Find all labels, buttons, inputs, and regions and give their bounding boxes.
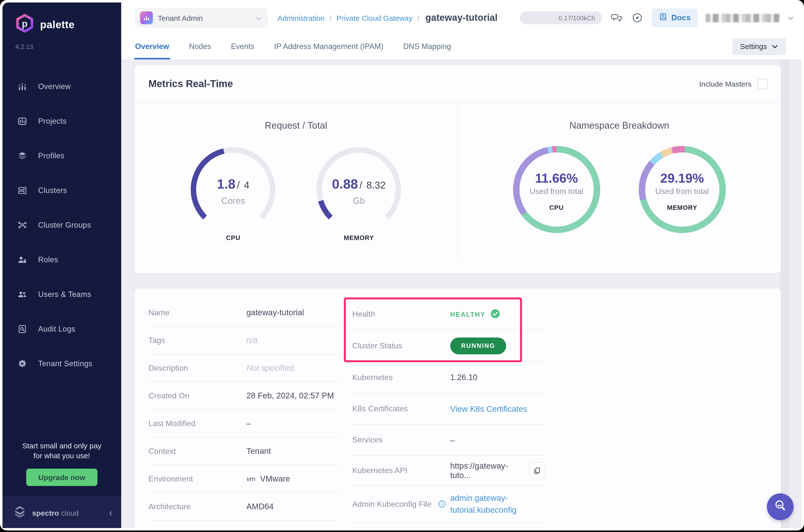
cluster-tabs: Overview Nodes Events IP Address Managem… [121, 33, 802, 59]
topbar: Tenant Admin Administration / Private Cl… [121, 2, 802, 33]
magnifier-smile-icon [773, 498, 788, 515]
cluster-groups-icon [17, 220, 27, 230]
memory-namespace-donut: 29.19% Used from total MEMORY [639, 146, 726, 233]
view-k8s-certificates-link[interactable]: View K8s Certificates [450, 404, 527, 414]
search-fab-button[interactable] [767, 493, 793, 520]
audit-logs-icon [17, 324, 27, 334]
redacted-username[interactable] [706, 14, 780, 22]
tab-ipam[interactable]: IP Address Management (IPAM) [274, 33, 383, 59]
spectro-cloud-wordmark: spectro cloud [32, 509, 104, 517]
app-window: p palette 4.2.13 Overview Projects Profi… [0, 0, 804, 531]
cluster-details-card: Namegateway-tutorial Tagsn/a Description… [135, 288, 781, 528]
clusters-icon [17, 186, 27, 195]
detail-row-agent-version: Agent Version 4.2.5/88248618138 [352, 523, 545, 528]
docs-button[interactable]: Docs [652, 8, 697, 27]
cpu-namespace-donut: 11.66% Used from total CPU [513, 146, 600, 233]
healthy-check-icon [490, 308, 500, 320]
sidebar-item-projects[interactable]: Projects [2, 104, 121, 138]
detail-row-cluster-status: Cluster Status RUNNING [352, 330, 545, 362]
sidebar-item-profiles[interactable]: Profiles [2, 138, 121, 173]
detail-row-architecture: ArchitectureAMD64 [149, 493, 340, 520]
sidebar-nav: Overview Projects Profiles Clusters Clus… [2, 69, 121, 381]
detail-row-k8s-certificates: K8s Certificates View K8s Certificates [352, 394, 545, 424]
detail-row-admin-kubeconfig: Admin Kubeconfig File admin.gateway-tuto… [352, 486, 545, 523]
details-right-column: Health HEALTHY Cluster Status RUNNING Ku… [352, 299, 545, 528]
breadcrumb-administration[interactable]: Administration [277, 14, 325, 22]
brand-name: palette [40, 19, 75, 31]
sidebar-item-users-teams[interactable]: Users & Teams [2, 277, 121, 312]
copy-icon[interactable] [529, 462, 545, 479]
memory-gauge: 0.88/ 8.32 Gb MEMORY [315, 146, 402, 242]
sidebar-footer: spectro cloud ‹ [2, 497, 121, 528]
health-status: HEALTHY [450, 308, 500, 320]
tenant-settings-icon [17, 359, 27, 369]
sidebar-collapse-icon[interactable]: ‹ [109, 508, 112, 518]
tab-nodes[interactable]: Nodes [189, 33, 211, 59]
chevron-down-icon [256, 13, 262, 22]
spectro-cloud-logo-icon [12, 505, 27, 520]
tab-overview[interactable]: Overview [135, 33, 169, 59]
request-total-title: Request / Total [265, 120, 327, 131]
detail-row-kubernetes: Kubernetes 1.26.10 [352, 362, 545, 394]
upgrade-now-button[interactable]: Upgrade now [26, 469, 97, 486]
namespace-breakdown-title: Namespace Breakdown [570, 120, 669, 131]
compass-icon[interactable] [631, 12, 644, 24]
running-status-badge: RUNNING [450, 337, 506, 354]
promo-line2: for what you use! [12, 451, 112, 461]
screenshot-stage: p palette 4.2.13 Overview Projects Profi… [0, 0, 804, 532]
kubeconfig-download-link[interactable]: admin.gateway-tutorial.kubeconfig [450, 492, 517, 516]
breadcrumb-separator: / [417, 14, 419, 22]
cpu-gauge: 1.8/ 4 Cores CPU [190, 146, 277, 242]
detail-row-name: Namegateway-tutorial [149, 299, 340, 327]
detail-row-last-modified: Last Modified– [149, 410, 340, 437]
detail-row-environment: Environment vmVMware [149, 465, 340, 493]
tenant-scope-icon [140, 12, 153, 24]
tab-dns-mapping[interactable]: DNS Mapping [403, 33, 451, 59]
detail-row-health: Health HEALTHY [352, 299, 545, 330]
breadcrumb-private-cloud-gateway[interactable]: Private Cloud Gateway [337, 14, 413, 22]
detail-row-context: ContextTenant [149, 437, 340, 465]
sidebar-item-tenant-settings[interactable]: Tenant Settings [2, 346, 121, 381]
include-masters-label: Include Masters [699, 79, 751, 88]
detail-row-tags: Tagsn/a [149, 327, 340, 354]
user-menu-chevron-icon[interactable] [788, 13, 793, 22]
sidebar-item-overview[interactable]: Overview [2, 69, 121, 104]
detail-row-description: DescriptionNot specified. [149, 354, 340, 382]
scrollbar[interactable] [780, 59, 790, 528]
include-masters-checkbox[interactable] [758, 78, 768, 89]
metrics-realtime-card: Metrics Real-Time Include Masters Reques… [135, 65, 781, 273]
promo-line1: Start small and only pay [12, 441, 112, 451]
tab-events[interactable]: Events [231, 33, 254, 59]
svg-text:p: p [22, 18, 27, 29]
detail-row-kubernetes-api: Kubernetes API https://gateway-tuto... [352, 456, 545, 486]
info-icon[interactable] [438, 500, 446, 508]
sidebar-item-audit-logs[interactable]: Audit Logs [2, 312, 121, 346]
detail-row-created-on: Created On28 Feb, 2024, 02:57 PM [149, 382, 340, 410]
docs-book-icon [658, 12, 667, 23]
roles-icon [17, 255, 27, 265]
tenant-scope-selector[interactable]: Tenant Admin [135, 8, 268, 28]
sidebar-item-roles[interactable]: Roles [2, 243, 121, 277]
page-title: gateway-tutorial [425, 12, 497, 23]
settings-label: Settings [740, 42, 767, 51]
breadcrumb-separator: / [329, 14, 331, 22]
breadcrumb: Administration / Private Cloud Gateway /… [277, 12, 497, 23]
chevron-down-icon [772, 44, 778, 48]
settings-button[interactable]: Settings [732, 38, 786, 55]
profiles-icon [17, 151, 27, 161]
metrics-title: Metrics Real-Time [149, 78, 233, 89]
palette-logo-icon: p [14, 13, 35, 36]
users-teams-icon [17, 289, 27, 299]
brand-block: p palette 4.2.13 [2, 2, 121, 51]
usage-meter-pill: 0.17/100kCh [520, 12, 602, 24]
vmware-icon: vm [246, 475, 255, 482]
projects-icon [17, 116, 27, 126]
chat-icon[interactable] [610, 12, 623, 24]
namespace-breakdown-panel: Namespace Breakdown 11.66% Used from tot… [458, 102, 781, 273]
sidebar-item-clusters[interactable]: Clusters [2, 173, 121, 208]
upgrade-promo: Start small and only pay for what you us… [2, 441, 121, 461]
sidebar: p palette 4.2.13 Overview Projects Profi… [2, 2, 121, 528]
sidebar-item-cluster-groups[interactable]: Cluster Groups [2, 208, 121, 243]
detail-row-services: Services – [352, 424, 545, 456]
tenant-scope-label: Tenant Admin [158, 14, 251, 22]
